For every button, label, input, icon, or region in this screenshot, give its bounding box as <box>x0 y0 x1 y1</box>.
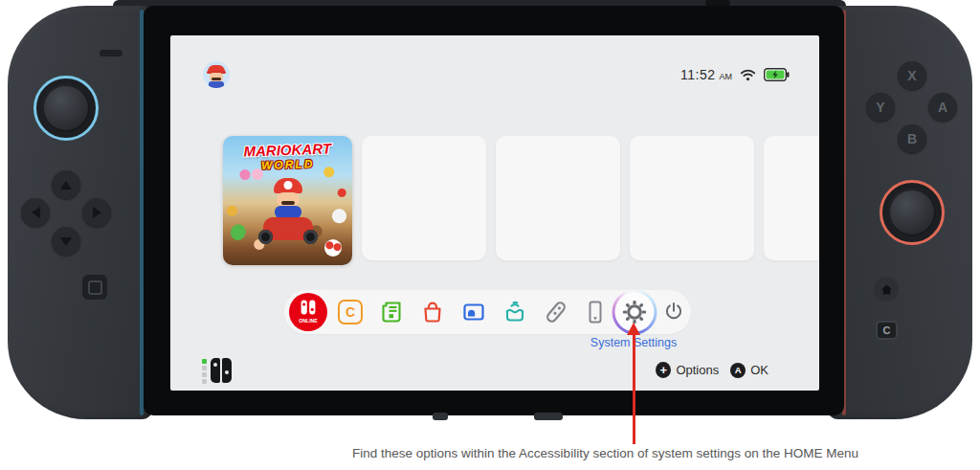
empty-game-slot <box>630 136 754 260</box>
joycon-pair-icon <box>211 358 232 384</box>
character-art <box>252 168 263 180</box>
battery-segment-empty <box>202 372 207 377</box>
wifi-icon <box>740 68 756 81</box>
caption-text: Find these options within the Accessibil… <box>352 446 858 460</box>
sleep-mode-icon[interactable] <box>661 300 686 325</box>
c-button: C <box>876 321 898 340</box>
online-badge-text: ONLINE <box>299 318 318 324</box>
eshop-icon[interactable] <box>418 298 447 326</box>
controller-battery-widget <box>202 358 232 384</box>
avatar-art <box>212 78 221 80</box>
dpad-left-button <box>21 198 50 227</box>
character-art <box>231 226 245 240</box>
a-button-label: A <box>938 100 947 115</box>
instructional-figure: X Y A B C 11:52 AM <box>0 0 980 470</box>
options-hint: + Options <box>656 362 719 378</box>
b-button-label: B <box>907 131 917 146</box>
right-joycon-glyph <box>222 358 232 383</box>
c-button-label: C <box>883 325 891 336</box>
gamechat-icon[interactable]: C <box>338 300 363 325</box>
left-analog-stick <box>33 76 99 141</box>
y-button: Y <box>866 93 895 122</box>
console-foot <box>534 413 563 420</box>
y-button-label: Y <box>876 100 884 115</box>
gamechat-letter: C <box>345 304 355 320</box>
left-joycon-glyph <box>211 358 220 383</box>
controllers-icon[interactable] <box>541 297 571 327</box>
empty-game-slot <box>764 136 819 260</box>
options-hint-label: Options <box>676 363 719 377</box>
a-button-icon: A <box>730 363 746 378</box>
console-icon[interactable] <box>581 298 610 326</box>
annotation-arrow-line <box>633 334 635 444</box>
minus-button <box>100 50 122 56</box>
dpad-down-button <box>52 227 80 256</box>
clock-meridiem: AM <box>720 68 733 81</box>
virtual-game-card-icon[interactable] <box>501 298 529 326</box>
ok-hint: A OK <box>730 363 768 378</box>
home-button <box>874 277 899 302</box>
ok-hint-label: OK <box>750 363 768 377</box>
home-menu-screen: 11:52 AM MARIOKART <box>170 35 819 391</box>
plus-button-icon: + <box>656 362 671 378</box>
battery-segment-full <box>202 359 207 364</box>
left-arrow-icon <box>32 207 40 218</box>
button-hints: + Options A OK <box>656 362 768 378</box>
a-button: A <box>928 93 957 122</box>
right-analog-stick <box>880 180 945 245</box>
status-bar: 11:52 AM <box>680 67 790 82</box>
album-icon[interactable] <box>459 298 488 326</box>
up-arrow-icon <box>60 181 72 190</box>
stick-cap <box>888 189 936 236</box>
kart-art <box>263 217 313 240</box>
capture-button <box>82 275 107 300</box>
mario-art <box>274 178 302 193</box>
b-button: B <box>898 124 926 153</box>
x-button: X <box>898 61 926 90</box>
x-button-label: X <box>907 68 916 83</box>
dpad-up-button <box>52 170 80 199</box>
battery-charging-icon <box>764 68 790 81</box>
nintendo-switch-online-icon[interactable]: ONLINE <box>289 293 327 331</box>
dpad-right-button <box>82 198 111 227</box>
news-icon[interactable] <box>377 298 406 326</box>
console-tablet: 11:52 AM MARIOKART <box>144 6 844 415</box>
clock-time: 11:52 <box>680 67 716 82</box>
right-arrow-icon <box>93 207 101 218</box>
empty-game-slot <box>496 136 620 260</box>
avatar-art <box>209 81 224 88</box>
down-arrow-icon <box>60 237 72 246</box>
empty-game-slot <box>362 136 486 260</box>
battery-segment-empty <box>202 366 207 370</box>
game-tile-mario-kart-world[interactable]: MARIOKART WORLD <box>223 136 352 265</box>
mario-art <box>277 192 300 207</box>
character-art <box>324 239 342 257</box>
user-avatar[interactable] <box>203 61 230 88</box>
battery-level-indicator <box>202 358 207 384</box>
battery-segment-empty <box>202 379 207 384</box>
home-icon <box>880 283 893 296</box>
game-logo: MARIOKART WORLD <box>223 141 352 173</box>
stick-cap <box>42 84 90 132</box>
capture-square-icon <box>88 280 102 295</box>
console-foot <box>433 413 448 420</box>
